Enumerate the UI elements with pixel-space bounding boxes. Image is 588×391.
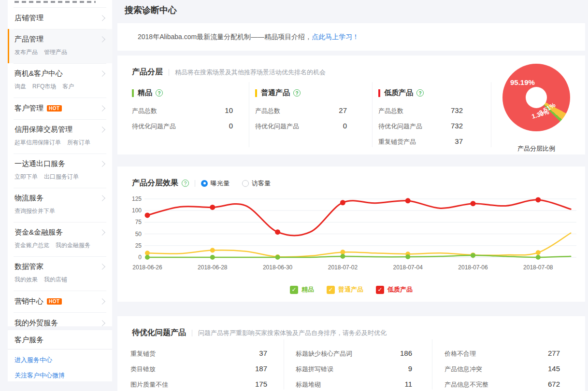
- issue-label: 产品信息冲突: [445, 365, 482, 374]
- data-point-低质产品[interactable]: [145, 212, 150, 218]
- sidebar-item-label: 店铺管理: [14, 14, 43, 23]
- sidebar-item-row: 客户管理HOT: [14, 104, 105, 113]
- layer-color-bar: [255, 89, 257, 97]
- data-point-精品[interactable]: [471, 253, 475, 258]
- sidebar-item[interactable]: 信用保障交易管理起草信用保障订单所有订单: [8, 119, 112, 154]
- metric-radio[interactable]: 曝光量: [201, 179, 229, 188]
- svg-text:2018-07-06: 2018-07-06: [458, 264, 488, 271]
- data-point-低质产品[interactable]: [535, 197, 541, 202]
- issues-column: 价格不合理277产品信息冲突145产品信息不完整672: [445, 349, 560, 391]
- layer-group-name: 普通产品: [261, 88, 290, 98]
- data-point-精品[interactable]: [536, 255, 541, 260]
- divider: [169, 69, 169, 76]
- sidebar-sublink[interactable]: 立即下单: [14, 173, 38, 181]
- customer-service-link[interactable]: 进入服务中心: [8, 352, 112, 368]
- data-point-低质产品[interactable]: [210, 205, 215, 210]
- sidebar-item-label: 数据管家: [14, 262, 43, 271]
- data-point-普通产品[interactable]: [210, 248, 215, 252]
- stat-row: 产品总数10: [132, 106, 233, 115]
- chevron-right-icon: [99, 70, 105, 77]
- chevron-right-icon: [99, 264, 105, 270]
- legend-label: 低质产品: [387, 285, 413, 294]
- issues-card: 待优化问题产品 问题产品将严重影响买家搜索体验及产品自身排序，请务必及时优化 重…: [117, 316, 585, 391]
- chevron-right-icon: [99, 298, 105, 305]
- stat-label: 待优化问题产品: [378, 122, 422, 131]
- issue-value: 187: [255, 364, 267, 373]
- sidebar-sublinks: 查询报价并下单: [14, 207, 105, 215]
- sidebar-sublink[interactable]: 出口服务订单: [44, 173, 79, 181]
- divider: [284, 339, 284, 390]
- sidebar-item[interactable]: 一达通出口服务立即下单出口服务订单: [8, 154, 112, 188]
- sidebar-item[interactable]: 店铺管理: [8, 7, 112, 29]
- sidebar-sublink[interactable]: 我的效果: [14, 276, 38, 284]
- sidebar-item-row: 物流服务: [14, 194, 105, 203]
- sidebar-item[interactable]: 产品管理发布产品管理产品: [8, 29, 112, 63]
- stat-row: 产品总数27: [255, 106, 347, 115]
- issue-value: 186: [400, 349, 412, 357]
- sidebar-sublinks: 询盘RFQ市场客户: [14, 83, 105, 91]
- issues-title: 待优化问题产品: [132, 328, 186, 338]
- data-point-低质产品[interactable]: [405, 198, 411, 203]
- sidebar-item[interactable]: 物流服务查询报价并下单: [8, 188, 112, 222]
- sidebar-item-row: 商机&客户中心: [14, 69, 105, 78]
- sidebar-sublink[interactable]: 客户: [62, 83, 74, 91]
- data-point-精品[interactable]: [210, 255, 215, 260]
- legend-item[interactable]: ✓低质产品: [376, 285, 413, 294]
- data-point-精品[interactable]: [275, 255, 280, 260]
- layer-group-name: 低质产品: [384, 88, 413, 98]
- notice-banner: 2018年Alibaba.com最新流量分配机制——精品项目介绍，点此马上学习！: [117, 23, 585, 51]
- help-icon[interactable]: ?: [293, 89, 301, 97]
- sidebar-sublinks: 立即下单出口服务订单: [14, 173, 105, 181]
- customer-service-link[interactable]: 关注客户中心微博: [8, 368, 112, 383]
- issue-label: 类目错放: [130, 365, 156, 374]
- issue-row: 标题缺少核心产品词186: [296, 349, 412, 358]
- data-point-低质产品[interactable]: [275, 229, 280, 235]
- sidebar-item[interactable]: 数据管家我的效果我的店铺: [8, 256, 112, 291]
- sidebar-item[interactable]: 商机&客户中心询盘RFQ市场客户: [8, 63, 112, 98]
- sidebar-item-label: 商机&客户中心: [14, 69, 63, 78]
- sidebar-item[interactable]: 资金&金融服务资金账户总览我的金融服务: [8, 222, 112, 256]
- legend-label: 普通产品: [338, 285, 363, 294]
- issue-row: 标题拼写错误9: [296, 364, 412, 374]
- sidebar-item-row: 数据管家: [14, 262, 105, 271]
- sidebar-item[interactable]: 客户管理HOT: [8, 98, 112, 119]
- data-point-精品[interactable]: [405, 254, 410, 259]
- sidebar-sublinks: 我的效果我的店铺: [14, 276, 105, 284]
- help-icon[interactable]: ?: [416, 89, 424, 97]
- data-point-低质产品[interactable]: [471, 201, 476, 206]
- legend-item[interactable]: ✓普通产品: [327, 285, 363, 294]
- sidebar-sublink[interactable]: 询盘: [14, 83, 26, 91]
- data-point-精品[interactable]: [145, 255, 150, 260]
- data-point-普通产品[interactable]: [340, 250, 345, 254]
- sidebar-sublink[interactable]: 我的金融服务: [56, 241, 90, 250]
- layer-group: 低质产品?产品总数732待优化问题产品732重复铺货产品37: [378, 88, 463, 153]
- sidebar-sublink[interactable]: 查询报价并下单: [14, 207, 55, 215]
- sidebar-sublink[interactable]: 起草信用保障订单: [14, 139, 61, 147]
- data-point-普通产品[interactable]: [145, 251, 150, 255]
- metric-radio[interactable]: 访客量: [242, 179, 271, 188]
- metric-radio-group: 曝光量访客量: [201, 179, 283, 188]
- layer-group-header: 精品?: [132, 88, 233, 98]
- chevron-right-icon: [99, 229, 105, 236]
- help-icon[interactable]: ?: [182, 180, 189, 187]
- legend-item[interactable]: ✓精品: [290, 285, 314, 294]
- sidebar-item-label: 物流服务: [14, 194, 43, 203]
- sidebar-sublink[interactable]: 所有订单: [67, 139, 90, 147]
- help-icon[interactable]: ?: [156, 89, 163, 97]
- notice-learn-link[interactable]: 点此马上学习！: [312, 33, 359, 41]
- stat-value: 37: [455, 137, 463, 145]
- stat-value: 732: [451, 122, 463, 130]
- sidebar-sublink[interactable]: 资金账户总览: [14, 241, 49, 250]
- sidebar-sublink[interactable]: 管理产品: [44, 48, 67, 56]
- legend-checkbox-icon: ✓: [327, 286, 335, 294]
- issue-value: 9: [408, 364, 412, 373]
- sidebar-item[interactable]: 营销中心HOT: [8, 291, 112, 312]
- sidebar-sublink[interactable]: 我的店铺: [44, 276, 67, 284]
- line-series-低质产品: [147, 200, 571, 236]
- sidebar-sublink[interactable]: RFQ市场: [32, 83, 56, 91]
- data-point-普通产品[interactable]: [536, 250, 541, 255]
- data-point-低质产品[interactable]: [340, 200, 345, 205]
- stat-row: 产品总数732: [378, 106, 463, 115]
- data-point-精品[interactable]: [340, 254, 345, 259]
- sidebar-sublink[interactable]: 发布产品: [14, 48, 38, 56]
